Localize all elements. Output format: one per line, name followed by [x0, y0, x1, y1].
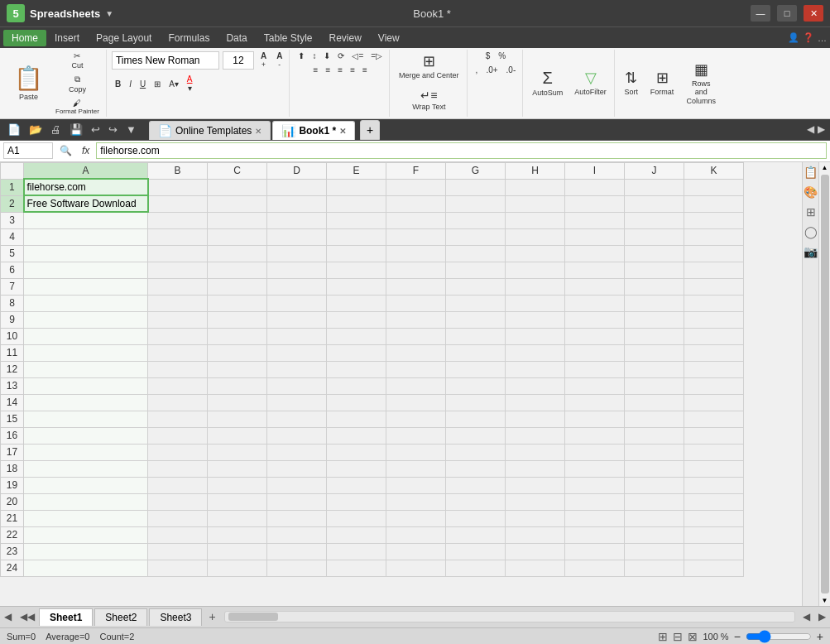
- cell-A2[interactable]: Free Software Download: [24, 195, 148, 212]
- sheet-scroll-first[interactable]: ◀◀: [16, 608, 39, 625]
- cell-A13[interactable]: [24, 377, 148, 394]
- row-header-8[interactable]: 8: [1, 295, 24, 311]
- cell-E11[interactable]: [327, 344, 386, 361]
- cell-D5[interactable]: [267, 245, 327, 262]
- cell-I20[interactable]: [565, 493, 625, 510]
- cell-F3[interactable]: [386, 212, 446, 228]
- cell-E6[interactable]: [327, 262, 386, 278]
- cell-K6[interactable]: [684, 262, 744, 278]
- col-header-J[interactable]: J: [625, 162, 684, 179]
- col-header-G[interactable]: G: [446, 162, 506, 179]
- sidebar-camera-icon[interactable]: 📷: [804, 245, 818, 258]
- cell-K23[interactable]: [684, 543, 744, 560]
- cell-E24[interactable]: [327, 560, 386, 576]
- sidebar-properties-icon[interactable]: 📋: [804, 166, 818, 179]
- cell-K14[interactable]: [684, 394, 744, 411]
- cell-D3[interactable]: [267, 212, 327, 228]
- cell-G18[interactable]: [446, 460, 506, 477]
- cell-F16[interactable]: [386, 427, 446, 444]
- cell-A17[interactable]: [24, 444, 148, 460]
- cell-G13[interactable]: [446, 377, 506, 394]
- cell-E18[interactable]: [327, 460, 386, 477]
- cell-D24[interactable]: [267, 560, 327, 576]
- cell-D22[interactable]: [267, 526, 327, 543]
- cell-J7[interactable]: [625, 278, 684, 295]
- cell-H8[interactable]: [506, 295, 565, 311]
- cell-C3[interactable]: [208, 212, 267, 228]
- menu-home[interactable]: Home: [3, 30, 46, 46]
- cell-J18[interactable]: [625, 460, 684, 477]
- row-header-6[interactable]: 6: [1, 262, 24, 278]
- cell-I5[interactable]: [565, 245, 625, 262]
- cell-F14[interactable]: [386, 394, 446, 411]
- indent-increase-button[interactable]: =▷: [367, 50, 386, 62]
- cell-B23[interactable]: [148, 543, 208, 560]
- cell-J19[interactable]: [625, 477, 684, 493]
- cell-G11[interactable]: [446, 344, 506, 361]
- menu-page-layout[interactable]: Page Layout: [88, 30, 160, 46]
- open-button[interactable]: 📂: [26, 122, 45, 137]
- cell-I8[interactable]: [565, 295, 625, 311]
- cell-F11[interactable]: [386, 344, 446, 361]
- cell-E17[interactable]: [327, 444, 386, 460]
- cell-C21[interactable]: [208, 510, 267, 526]
- cell-F7[interactable]: [386, 278, 446, 295]
- cell-B1[interactable]: [148, 179, 208, 195]
- sheet-tab-2[interactable]: Sheet2: [94, 608, 147, 626]
- cell-F1[interactable]: [386, 179, 446, 195]
- sidebar-gallery-icon[interactable]: ⊞: [806, 205, 816, 219]
- cell-I19[interactable]: [565, 477, 625, 493]
- vertical-scrollbar[interactable]: ▲ ▼: [818, 162, 830, 606]
- cell-I15[interactable]: [565, 411, 625, 427]
- sheet-scroll-left[interactable]: ◀: [0, 608, 16, 625]
- row-header-11[interactable]: 11: [1, 344, 24, 361]
- cell-J22[interactable]: [625, 526, 684, 543]
- cell-B18[interactable]: [148, 460, 208, 477]
- row-header-3[interactable]: 3: [1, 212, 24, 228]
- decrease-font-button[interactable]: A-: [273, 50, 285, 70]
- row-header-19[interactable]: 19: [1, 477, 24, 493]
- cell-A10[interactable]: [24, 328, 148, 344]
- cell-J11[interactable]: [625, 344, 684, 361]
- cell-B13[interactable]: [148, 377, 208, 394]
- cell-H18[interactable]: [506, 460, 565, 477]
- cell-E3[interactable]: [327, 212, 386, 228]
- menu-review[interactable]: Review: [321, 30, 370, 46]
- col-header-D[interactable]: D: [267, 162, 327, 179]
- cell-H5[interactable]: [506, 245, 565, 262]
- cell-F18[interactable]: [386, 460, 446, 477]
- autofilter-button[interactable]: ▽ AutoFilter: [570, 66, 611, 99]
- cell-C22[interactable]: [208, 526, 267, 543]
- col-header-C[interactable]: C: [208, 162, 267, 179]
- scroll-thumb[interactable]: [821, 175, 829, 594]
- cell-B20[interactable]: [148, 493, 208, 510]
- cell-E5[interactable]: [327, 245, 386, 262]
- minimize-button[interactable]: —: [751, 5, 770, 22]
- cell-K20[interactable]: [684, 493, 744, 510]
- cell-K18[interactable]: [684, 460, 744, 477]
- cell-H24[interactable]: [506, 560, 565, 576]
- cell-A14[interactable]: [24, 394, 148, 411]
- row-header-23[interactable]: 23: [1, 543, 24, 560]
- rows-cols-button[interactable]: ▦ Rows and Columns: [681, 58, 721, 108]
- cell-C15[interactable]: [208, 411, 267, 427]
- row-header-22[interactable]: 22: [1, 526, 24, 543]
- cell-F21[interactable]: [386, 510, 446, 526]
- cell-J16[interactable]: [625, 427, 684, 444]
- row-header-24[interactable]: 24: [1, 560, 24, 576]
- add-sheet-button[interactable]: +: [204, 608, 220, 625]
- formula-fx-button[interactable]: fx: [79, 145, 93, 156]
- cell-D21[interactable]: [267, 510, 327, 526]
- sheet-tab-1[interactable]: Sheet1: [39, 608, 93, 626]
- cell-E2[interactable]: [327, 195, 386, 212]
- cell-A24[interactable]: [24, 560, 148, 576]
- cell-C2[interactable]: [208, 195, 267, 212]
- menu-insert[interactable]: Insert: [46, 30, 88, 46]
- sort-button[interactable]: ⇅ Sort: [620, 66, 643, 99]
- cell-C14[interactable]: [208, 394, 267, 411]
- cell-C10[interactable]: [208, 328, 267, 344]
- cell-I10[interactable]: [565, 328, 625, 344]
- cell-D16[interactable]: [267, 427, 327, 444]
- cell-J13[interactable]: [625, 377, 684, 394]
- cell-I7[interactable]: [565, 278, 625, 295]
